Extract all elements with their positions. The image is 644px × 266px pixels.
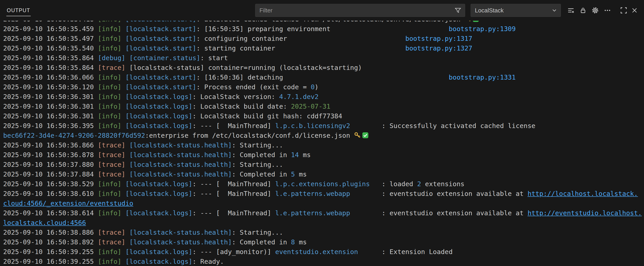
log-text: [info] xyxy=(98,93,122,101)
log-text: 2025-09-10 16:50:36.301 xyxy=(3,112,98,120)
log-text: 2025-09-10 16:50:35.497 xyxy=(3,35,98,42)
check-emoji-icon xyxy=(472,21,479,22)
log-text: bec66f22-3d4e-4274-9206-28820f76d592 xyxy=(3,132,145,139)
log-text: ms xyxy=(295,170,307,178)
log-text: 2025-07-31 xyxy=(291,103,330,110)
log-text xyxy=(122,122,125,130)
log-text: [localstack.start] xyxy=(125,44,196,52)
log-text: extensions xyxy=(421,180,464,188)
log-text: 4.7.1.dev2 xyxy=(279,93,318,101)
log-text: : Starting... xyxy=(232,141,283,149)
log-text: [localstack.logs] xyxy=(125,122,192,130)
log-text: [localstack-status.health] xyxy=(130,151,232,159)
log-text xyxy=(125,151,129,159)
log-text xyxy=(125,161,129,168)
log-text: [localstack.start] xyxy=(125,21,196,23)
log-text xyxy=(122,25,125,33)
log-text: 8 xyxy=(291,238,295,246)
log-text: [localstack.logs] xyxy=(125,93,192,101)
log-text xyxy=(122,258,125,265)
log-line: cloud:4566/_extension/eventstudio xyxy=(3,199,642,208)
log-text: [container.status] xyxy=(130,54,200,62)
maximize-panel-button[interactable] xyxy=(618,5,629,16)
log-text xyxy=(122,44,125,52)
log-text: 2025-09-10 16:50:38.892 xyxy=(3,238,98,246)
log-text: [info] xyxy=(98,112,122,120)
source-file-link[interactable]: bootstrap.py:1309 xyxy=(449,25,516,33)
log-text: 2025-09-10 16:50:35.540 xyxy=(3,44,98,52)
log-text: 2025-09-10 16:50:38.614 xyxy=(3,209,98,217)
log-line: 2025-09-10 16:50:35.497 [info] [localsta… xyxy=(3,34,642,43)
more-actions-button[interactable] xyxy=(602,5,613,16)
log-text xyxy=(125,170,129,178)
filter-input[interactable] xyxy=(256,7,454,14)
key-emoji-icon xyxy=(354,132,361,139)
log-text: [localstack-status] container=running (l… xyxy=(125,64,362,71)
log-line: localstack.cloud:4566 xyxy=(3,218,642,228)
log-text: [localstack.logs] xyxy=(125,180,192,188)
clear-all-icon xyxy=(567,7,574,14)
log-text: : Completed in xyxy=(232,151,291,159)
log-line: 2025-09-10 16:50:37.884 [trace] [localst… xyxy=(3,169,642,179)
log-text: [localstack-status.health] xyxy=(130,170,232,178)
log-text: l.e.patterns.webapp xyxy=(275,209,350,217)
log-text xyxy=(125,229,129,236)
clear-output-button[interactable] xyxy=(566,5,576,16)
log-text: [debug] xyxy=(98,54,125,62)
log-text: ms xyxy=(295,238,307,246)
channel-select-value: LocalStack xyxy=(475,7,504,14)
log-line: 2025-09-10 16:50:38.892 [trace] [localst… xyxy=(3,237,642,247)
log-text xyxy=(122,21,125,23)
log-line: 2025-09-10 16:50:36.301 [info] [localsta… xyxy=(3,92,642,102)
log-text: 2025-09-10 16:50:36.301 xyxy=(3,103,98,110)
log-padding xyxy=(287,35,405,42)
close-panel-button[interactable] xyxy=(629,5,640,16)
filter-box xyxy=(255,4,465,17)
log-text: : [16:50:36] detaching xyxy=(196,74,283,81)
log-text: 2025-09-10 16:50:36.878 xyxy=(3,151,98,159)
ellipsis-icon xyxy=(604,7,611,14)
log-text: 2025-09-10 16:50:38.529 xyxy=(3,180,98,188)
channel-select[interactable]: LocalStack xyxy=(470,4,561,17)
log-text: [info] xyxy=(98,74,122,81)
log-text xyxy=(122,35,125,42)
log-link[interactable]: localstack.cloud:4566 xyxy=(3,219,86,227)
log-text: [localstack.logs] xyxy=(125,209,192,217)
tab-output[interactable]: OUTPUT xyxy=(6,5,31,16)
log-text: ms xyxy=(299,151,311,159)
log-text: 2025-09-10 16:50:36.120 xyxy=(3,83,98,91)
log-text: : [16:50:35] preparing environment xyxy=(196,25,330,33)
source-file-link[interactable]: bootstrap.py:1331 xyxy=(449,74,516,81)
log-text: l.e.patterns.webapp xyxy=(275,190,350,197)
log-text: : Completed in xyxy=(232,238,291,246)
output-panel-header: OUTPUT LocalStack xyxy=(0,0,644,21)
source-file-link[interactable]: bootstrap.py:1317 xyxy=(405,35,472,42)
log-text: [info] xyxy=(98,180,122,188)
filter-icon[interactable] xyxy=(454,7,461,14)
log-text: 2025-09-10 16:50:36.301 xyxy=(3,93,98,101)
log-text: [info] xyxy=(98,209,122,217)
source-file-link[interactable]: bootstrap.py:1327 xyxy=(405,44,472,52)
log-text: [info] xyxy=(98,190,122,197)
log-text xyxy=(122,103,125,110)
log-text xyxy=(122,248,125,256)
log-text: [trace] xyxy=(98,161,125,168)
log-text: l.p.c.b.licensingv2 xyxy=(275,122,350,130)
log-text: [trace] xyxy=(98,141,125,149)
log-line: 2025-09-10 16:50:36.866 [trace] [localst… xyxy=(3,140,642,150)
log-text: [trace] xyxy=(98,170,125,178)
log-text xyxy=(122,209,125,217)
settings-button[interactable] xyxy=(590,5,601,16)
output-log: 2025-09-10 16:50:35.418 [info] [localsta… xyxy=(0,21,644,266)
log-link[interactable]: cloud:4566/_extension/eventstudio xyxy=(3,200,133,207)
log-text: 5 xyxy=(291,170,295,178)
log-padding xyxy=(283,74,449,81)
log-link[interactable]: http://localhost.localstack. xyxy=(528,190,638,197)
log-text: : LocalStack version: xyxy=(192,93,279,101)
auto-scroll-lock-button[interactable] xyxy=(578,5,588,16)
log-text xyxy=(122,74,125,81)
log-link[interactable]: http://eventstudio.localhost. xyxy=(528,209,642,217)
log-text: [localstack.logs] xyxy=(125,112,192,120)
log-padding xyxy=(275,44,405,52)
log-text: : Completed in xyxy=(232,170,291,178)
